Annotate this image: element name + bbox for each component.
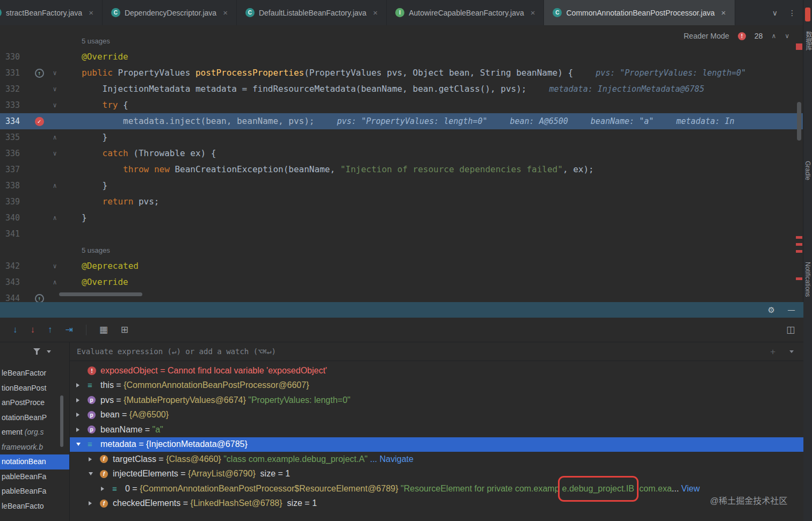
variable-row[interactable]: pbean = {A@6500} (70, 408, 803, 423)
step-out-icon[interactable]: ↑ (48, 325, 53, 334)
fold-marker[interactable]: ∨ (48, 65, 61, 81)
next-problem-icon[interactable]: ∨ (785, 32, 789, 40)
tree-chevron-icon[interactable] (76, 398, 88, 402)
tab-close-icon[interactable]: × (223, 8, 228, 17)
override-method-icon[interactable]: ↑ (35, 294, 44, 303)
filter-icon[interactable] (33, 348, 40, 355)
tab-close-icon[interactable]: × (721, 8, 726, 17)
code-line[interactable]: 334✓ metadata.inject(bean, beanName, pvs… (0, 113, 803, 129)
breakpoint-icon[interactable]: ✓ (35, 117, 44, 126)
editor-tab[interactable]: CDependencyDescriptor.java× (103, 0, 237, 25)
... navigate-link[interactable]: ... Navigate (370, 454, 414, 464)
evaluate-expression-input[interactable]: Evaluate expression (↵) or add a watch (… (70, 342, 803, 361)
stack-frame-item[interactable]: framework.b (0, 440, 69, 455)
variable-row[interactable]: ≡0 = {CommonAnnotationBeanPostProcessor$… (70, 481, 803, 496)
variable-row[interactable]: ≡this = {CommonAnnotationBeanPostProcess… (70, 378, 803, 393)
code-line[interactable]: 338∧ } (0, 178, 803, 194)
tree-chevron-icon[interactable] (76, 443, 88, 446)
tree-chevron-icon[interactable] (76, 428, 88, 432)
fold-marker[interactable]: ∨ (48, 97, 61, 113)
code-line[interactable]: 340∧} (0, 210, 803, 226)
error-stripe-mark[interactable] (796, 43, 802, 50)
code-editor[interactable]: 5 usages330@Override331↑∨public Property… (0, 25, 803, 302)
view-link[interactable]: View (679, 484, 700, 494)
variable-row[interactable]: ppvs = {MutablePropertyValues@6674} "Pro… (70, 393, 803, 408)
variable-row[interactable]: ≡metadata = {InjectionMetadata@6785} (70, 437, 803, 452)
more-options-icon[interactable]: ⋮ (788, 9, 796, 17)
code-line[interactable]: 330@Override (0, 49, 803, 65)
tree-chevron-icon[interactable] (89, 472, 100, 475)
stack-frame-item[interactable]: leBeanFacto (0, 499, 69, 514)
prev-problem-icon[interactable]: ∧ (771, 32, 776, 40)
editor-tab[interactable]: CDefaultListableBeanFactory.java× (237, 0, 387, 25)
fold-marker[interactable]: ∧ (48, 274, 61, 290)
code-line[interactable]: 336∨ catch (Throwable ex) { (0, 145, 803, 162)
frames-scrollbar[interactable] (60, 395, 63, 447)
code-line[interactable]: 342∨@Deprecated (0, 258, 803, 274)
editor-tab[interactable]: CCommonAnnotationBeanPostProcessor.java× (544, 0, 735, 25)
minimize-icon[interactable]: — (788, 306, 795, 314)
fold-marker[interactable]: ∨ (48, 81, 61, 97)
error-stripe-mark[interactable] (796, 277, 802, 280)
plugin-badge-icon[interactable] (805, 8, 810, 21)
code-line[interactable]: 333∨ try { (0, 97, 803, 113)
tool-window-notifications[interactable]: Notifications (804, 262, 811, 297)
tree-chevron-icon[interactable] (101, 487, 112, 491)
fold-marker[interactable]: ∨ (48, 258, 61, 274)
variable-row[interactable]: pbeanName = "a" (70, 422, 803, 437)
reader-mode-button[interactable]: Reader Mode (684, 32, 729, 40)
error-stripe-mark[interactable] (796, 243, 802, 246)
editor-tab[interactable]: IAutowireCapableBeanFactory.java× (387, 0, 544, 25)
code-line[interactable]: 331↑∨public PropertyValues postProcessPr… (0, 65, 803, 81)
fold-marker[interactable]: ∨ (48, 145, 61, 162)
tree-chevron-icon[interactable] (76, 383, 88, 387)
error-stripe-mark[interactable] (796, 250, 802, 253)
stack-frame-item[interactable]: pableBeanFa (0, 469, 69, 485)
vertical-scrollbar[interactable] (797, 102, 801, 141)
tree-chevron-icon[interactable] (89, 457, 100, 461)
variable-row[interactable]: !exposedObject = Cannot find local varia… (70, 363, 803, 378)
step-into-icon[interactable]: ↓ (13, 325, 18, 334)
tree-chevron-icon[interactable] (76, 413, 88, 417)
tab-close-icon[interactable]: × (373, 8, 378, 17)
editor-tab[interactable]: CstractBeanFactory.java× (0, 0, 103, 25)
stack-frame-item[interactable]: ement (org.s (0, 425, 69, 440)
error-stripe-mark[interactable] (796, 236, 802, 239)
view-breakpoints-icon[interactable]: ▦ (99, 325, 108, 334)
variable-row[interactable]: finjectedElements = {ArrayList@6790} siz… (70, 467, 803, 482)
fold-marker[interactable]: ∧ (48, 178, 61, 194)
code-line[interactable]: 341 (0, 226, 803, 242)
stack-frame-item[interactable]: anPostProce (0, 395, 69, 410)
stack-frame-item[interactable]: otationBeanP (0, 410, 69, 425)
stack-frame-item[interactable]: leBeanFactor (0, 366, 69, 381)
mute-breakpoints-icon[interactable]: ⊞ (121, 325, 128, 334)
tool-window-gradle[interactable]: Gradle (804, 161, 811, 180)
stack-frame-item[interactable]: notationBean (0, 454, 69, 469)
tab-close-icon[interactable]: × (89, 8, 93, 17)
fold-marker[interactable]: ∧ (48, 129, 61, 145)
variable-row[interactable]: fcheckedElements = {LinkedHashSet@6788} … (70, 496, 803, 511)
layout-settings-icon[interactable]: ◫ (786, 324, 795, 335)
tab-close-icon[interactable]: × (531, 8, 535, 17)
code-line[interactable]: 5 usages (0, 33, 803, 49)
tree-chevron-icon[interactable] (89, 501, 100, 505)
code-line[interactable]: 335∧ } (0, 129, 803, 145)
code-line[interactable]: 5 usages (0, 242, 803, 258)
stack-frame-item[interactable]: tionBeanPost (0, 381, 69, 396)
chevron-down-icon[interactable] (47, 350, 51, 353)
code-line[interactable]: 343∧@Override (0, 274, 803, 290)
variable-row[interactable]: ftargetClass = {Class@4660} "class com.e… (70, 452, 803, 467)
code-line[interactable]: 332∨ InjectionMetadata metadata = findRe… (0, 81, 803, 97)
fold-marker[interactable]: ∧ (48, 210, 61, 226)
override-method-icon[interactable]: ↑ (35, 69, 44, 78)
hidden-tabs-icon[interactable]: ∨ (772, 9, 778, 17)
stack-frame-item[interactable]: pableBeanFa (0, 484, 69, 499)
add-watch-icon[interactable]: + (770, 347, 775, 357)
force-step-into-icon[interactable]: ↓ (31, 325, 35, 334)
code-line[interactable]: 339 return pvs; (0, 194, 803, 210)
chevron-down-icon[interactable] (789, 350, 794, 353)
code-line[interactable]: 337 throw new BeanCreationException(bean… (0, 162, 803, 178)
run-to-cursor-icon[interactable]: ⇥ (66, 325, 73, 334)
tool-window-database[interactable]: 数据库 (804, 31, 812, 50)
settings-gear-icon[interactable]: ⚙ (768, 305, 775, 315)
